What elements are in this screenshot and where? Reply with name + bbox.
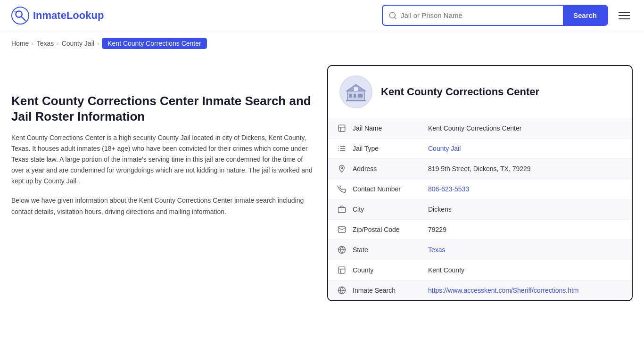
phone-icon <box>338 185 353 193</box>
card-header: Kent County Corrections Center <box>328 66 632 118</box>
contact-number-link[interactable]: 806-623-5533 <box>428 185 469 193</box>
breadcrumb-home[interactable]: Home <box>11 40 29 47</box>
row-value-jail-type: County Jail <box>428 145 461 152</box>
row-value-contact: 806-623-5533 <box>428 185 469 193</box>
main-content: Kent County Corrections Center Inmate Se… <box>0 56 644 320</box>
hamburger-line1 <box>619 12 630 13</box>
row-label-zip: Zip/Postal Code <box>353 226 428 233</box>
logo[interactable]: InmateLookup <box>11 7 104 25</box>
svg-rect-10 <box>360 94 363 98</box>
svg-rect-9 <box>358 94 360 98</box>
svg-rect-14 <box>339 125 345 132</box>
search-icon <box>388 11 397 20</box>
inmate-search-icon <box>338 286 353 295</box>
svg-line-2 <box>21 16 25 20</box>
hamburger-line3 <box>619 18 630 19</box>
jail-type-link[interactable]: County Jail <box>428 145 461 152</box>
inmate-search-link[interactable]: https://www.accesskent.com/Sheriff/corre… <box>428 287 579 294</box>
svg-rect-28 <box>339 267 345 273</box>
logo-text: InmateLookup <box>33 9 104 22</box>
table-row: Zip/Postal Code 79229 <box>328 220 632 240</box>
table-row: Address 819 5th Street, Dickens, TX, 792… <box>328 159 632 179</box>
facility-avatar <box>339 75 372 108</box>
right-panel: Kent County Corrections Center Jail Name… <box>327 65 633 301</box>
county-icon <box>338 266 353 274</box>
search-input[interactable] <box>401 7 557 24</box>
location-icon <box>338 165 353 173</box>
row-label-jail-name: Jail Name <box>353 124 428 132</box>
row-value-state: Texas <box>428 246 446 254</box>
logo-icon <box>11 7 29 25</box>
mail-icon <box>338 225 353 234</box>
breadcrumb-type[interactable]: County Jail <box>62 40 94 47</box>
svg-line-5 <box>394 17 396 18</box>
list-icon <box>338 144 353 153</box>
row-label-address: Address <box>353 165 428 173</box>
svg-rect-13 <box>346 100 366 101</box>
facility-building-icon <box>345 81 367 103</box>
breadcrumb: Home › Texas › County Jail › Kent County… <box>0 31 644 56</box>
table-row: Contact Number 806-623-5533 <box>328 179 632 199</box>
svg-rect-24 <box>339 207 346 213</box>
row-label-city: City <box>353 206 428 213</box>
svg-rect-8 <box>354 94 356 98</box>
globe-icon <box>338 246 353 254</box>
breadcrumb-sep3: › <box>97 40 99 47</box>
row-label-inmate-search: Inmate Search <box>353 287 428 294</box>
breadcrumb-sep1: › <box>32 40 33 47</box>
svg-rect-7 <box>349 94 352 98</box>
svg-rect-12 <box>354 87 358 91</box>
row-value-inmate-search: https://www.accesskent.com/Sheriff/corre… <box>428 287 579 294</box>
svg-rect-3 <box>14 11 17 12</box>
jail-icon <box>338 124 353 132</box>
info-card: Kent County Corrections Center Jail Name… <box>327 65 633 301</box>
svg-point-23 <box>341 167 343 169</box>
search-button[interactable]: Search <box>563 6 607 25</box>
svg-point-0 <box>12 7 29 24</box>
search-bar: Search <box>382 5 608 26</box>
breadcrumb-current: Kent County Corrections Center <box>102 38 206 49</box>
table-row: Inmate Search https://www.accesskent.com… <box>328 280 632 300</box>
table-row: County Kent County <box>328 260 632 280</box>
page-description2: Below we have given information about th… <box>11 195 313 217</box>
left-panel: Kent County Corrections Center Inmate Se… <box>11 65 313 301</box>
row-label-contact: Contact Number <box>353 185 428 193</box>
breadcrumb-sep2: › <box>57 40 58 47</box>
info-table: Jail Name Kent County Corrections Center <box>328 118 632 300</box>
header: InmateLookup Search <box>0 0 644 31</box>
card-facility-name: Kent County Corrections Center <box>381 86 539 98</box>
table-row: Jail Type County Jail <box>328 139 632 159</box>
page-title: Kent County Corrections Center Inmate Se… <box>11 93 313 124</box>
table-row: State Texas <box>328 240 632 260</box>
row-value-county: Kent County <box>428 266 464 274</box>
state-link[interactable]: Texas <box>428 246 446 254</box>
page-description: Kent County Corrections Center is a high… <box>11 132 313 187</box>
row-label-county: County <box>353 266 428 274</box>
row-value-zip: 79229 <box>428 226 446 233</box>
table-row: Jail Name Kent County Corrections Center <box>328 118 632 139</box>
row-value-jail-name: Kent County Corrections Center <box>428 124 521 132</box>
city-icon <box>338 205 353 214</box>
hamburger-line2 <box>619 15 630 16</box>
row-label-state: State <box>353 246 428 254</box>
hamburger-button[interactable] <box>616 9 633 22</box>
header-right: Search <box>382 5 633 26</box>
row-label-jail-type: Jail Type <box>353 145 428 152</box>
row-value-address: 819 5th Street, Dickens, TX, 79229 <box>428 165 531 173</box>
table-row: City Dickens <box>328 199 632 220</box>
breadcrumb-state[interactable]: Texas <box>37 40 54 47</box>
row-value-city: Dickens <box>428 206 452 213</box>
